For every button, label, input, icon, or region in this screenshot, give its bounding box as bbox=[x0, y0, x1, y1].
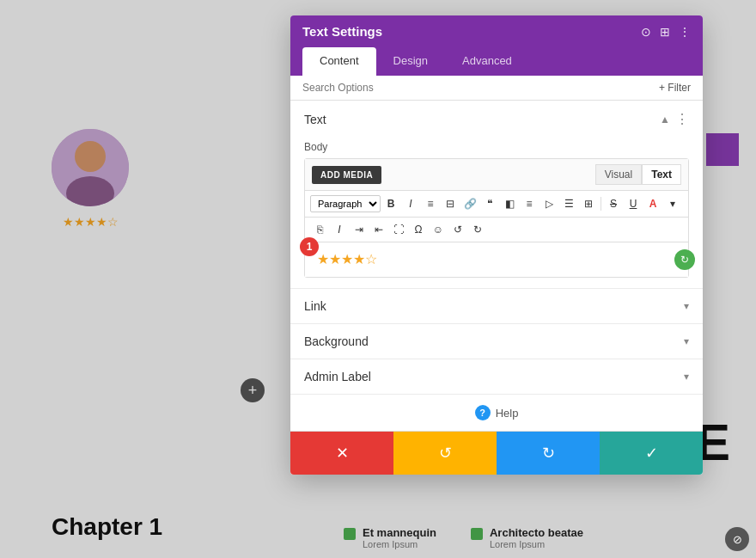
text-settings-modal: Text Settings ⊙ ⊞ ⋮ Content Design Advan… bbox=[290, 15, 703, 475]
modal-tabs: Content Design Advanced bbox=[290, 47, 703, 76]
strikethrough-icon[interactable]: S bbox=[604, 194, 623, 213]
align-right-icon[interactable]: ▷ bbox=[540, 194, 558, 213]
text-section-header[interactable]: Text ▲ ⋮ bbox=[290, 101, 703, 138]
format-toolbar-1: Paragraph B I ≡ ⊟ 🔗 ❝ ◧ ≡ ▷ ☰ ⊞ S U A bbox=[305, 191, 688, 218]
link-section-title: Link bbox=[304, 299, 326, 313]
search-input[interactable] bbox=[302, 82, 659, 94]
add-media-button[interactable]: ADD MEDIA bbox=[312, 166, 381, 184]
modal-header: Text Settings ⊙ ⊞ ⋮ bbox=[290, 15, 703, 47]
background-section-icons: ▾ bbox=[684, 335, 689, 347]
special-char-icon[interactable]: Ω bbox=[409, 220, 428, 239]
badge-1: 1 bbox=[300, 237, 319, 256]
blockquote-icon[interactable]: ❝ bbox=[480, 194, 499, 213]
ordered-list-icon[interactable]: ⊟ bbox=[441, 194, 460, 213]
background-section: Background ▾ bbox=[290, 324, 703, 359]
link-section-header[interactable]: Link ▾ bbox=[290, 289, 703, 323]
editor-content[interactable]: 1 ★★★★☆ ↻ bbox=[305, 242, 688, 277]
paste-icon[interactable]: ⎘ bbox=[310, 220, 329, 239]
emoji-icon[interactable]: ☺ bbox=[429, 220, 448, 239]
undo2-icon[interactable]: ↺ bbox=[448, 220, 467, 239]
admin-label-chevron-icon[interactable]: ▾ bbox=[684, 371, 689, 383]
align-left-icon[interactable]: ◧ bbox=[500, 194, 519, 213]
background-section-header[interactable]: Background ▾ bbox=[290, 324, 703, 359]
justify-icon[interactable]: ☰ bbox=[559, 194, 578, 213]
format-toolbar-2: ⎘ I ⇥ ⇤ ⛶ Ω ☺ ↺ ↻ bbox=[305, 218, 688, 242]
table-icon[interactable]: ⊞ bbox=[579, 194, 598, 213]
admin-label-section-title: Admin Label bbox=[304, 370, 371, 383]
text-section-icons: ▲ ⋮ bbox=[660, 111, 689, 127]
tab-text[interactable]: Text bbox=[642, 164, 681, 185]
rating-stars-editor: ★★★★☆ bbox=[314, 251, 680, 267]
paragraph-select[interactable]: Paragraph bbox=[310, 195, 381, 212]
background-chevron-icon[interactable]: ▾ bbox=[684, 335, 689, 347]
body-label: Body bbox=[290, 138, 703, 158]
outdent-icon[interactable]: ⇤ bbox=[369, 220, 388, 239]
fullscreen-icon[interactable]: ⊙ bbox=[641, 25, 651, 39]
layout-icon[interactable]: ⊞ bbox=[660, 25, 670, 39]
admin-label-section-header[interactable]: Admin Label ▾ bbox=[290, 359, 703, 394]
editor-topbar: ADD MEDIA Visual Text bbox=[305, 159, 688, 191]
more-icon[interactable]: ⋮ bbox=[679, 25, 691, 39]
undo-button[interactable]: ↺ bbox=[393, 432, 497, 475]
redo-button[interactable]: ↻ bbox=[497, 432, 600, 475]
indent-icon[interactable]: ⇥ bbox=[350, 220, 369, 239]
tab-visual[interactable]: Visual bbox=[595, 164, 642, 185]
toolbar-sep-1 bbox=[601, 197, 601, 211]
link-chevron-icon[interactable]: ▾ bbox=[684, 300, 689, 312]
filter-button[interactable]: + Filter bbox=[659, 82, 691, 94]
color-icon[interactable]: A bbox=[643, 194, 662, 213]
link-section: Link ▾ bbox=[290, 289, 703, 324]
modal-title: Text Settings bbox=[302, 24, 382, 39]
lock-icon[interactable]: ⊘ bbox=[725, 527, 749, 551]
bold-icon[interactable]: B bbox=[381, 194, 400, 213]
modal-body: Text ▲ ⋮ Body ADD MEDIA Visual Text bbox=[290, 101, 703, 431]
cancel-button[interactable]: ✕ bbox=[290, 432, 393, 475]
text-dots-icon[interactable]: ⋮ bbox=[675, 111, 689, 127]
more-formats-icon[interactable]: ▾ bbox=[663, 194, 682, 213]
help-icon: ? bbox=[475, 405, 491, 420]
help-section: ? Help bbox=[290, 395, 703, 431]
modal-footer: ✕ ↺ ↻ ✓ bbox=[290, 431, 703, 475]
fullscreen2-icon[interactable]: ⛶ bbox=[389, 220, 408, 239]
save-button[interactable]: ✓ bbox=[600, 432, 703, 475]
unordered-list-icon[interactable]: ≡ bbox=[421, 194, 440, 213]
editor-container: ADD MEDIA Visual Text Paragraph B I ≡ ⊟ … bbox=[304, 158, 689, 278]
admin-label-section-icons: ▾ bbox=[684, 371, 689, 383]
redo2-icon[interactable]: ↻ bbox=[468, 220, 487, 239]
italic2-icon[interactable]: I bbox=[330, 220, 349, 239]
text-section: Text ▲ ⋮ Body ADD MEDIA Visual Text bbox=[290, 101, 703, 289]
refresh-icon[interactable]: ↻ bbox=[674, 249, 695, 270]
header-icons: ⊙ ⊞ ⋮ bbox=[641, 25, 691, 39]
italic-icon[interactable]: I bbox=[401, 194, 420, 213]
background-section-title: Background bbox=[304, 334, 369, 348]
tab-advanced[interactable]: Advanced bbox=[445, 47, 529, 76]
align-center-icon[interactable]: ≡ bbox=[520, 194, 539, 213]
underline-icon[interactable]: U bbox=[624, 194, 643, 213]
admin-label-section: Admin Label ▾ bbox=[290, 359, 703, 395]
search-bar: + Filter bbox=[290, 76, 703, 101]
text-chevron-up-icon[interactable]: ▲ bbox=[660, 113, 670, 126]
tab-content[interactable]: Content bbox=[302, 47, 376, 76]
tab-design[interactable]: Design bbox=[376, 47, 445, 76]
link-icon[interactable]: 🔗 bbox=[460, 194, 479, 213]
link-section-icons: ▾ bbox=[684, 300, 689, 312]
visual-text-tabs: Visual Text bbox=[595, 164, 681, 185]
help-label[interactable]: Help bbox=[496, 407, 519, 420]
text-section-title: Text bbox=[304, 113, 326, 126]
